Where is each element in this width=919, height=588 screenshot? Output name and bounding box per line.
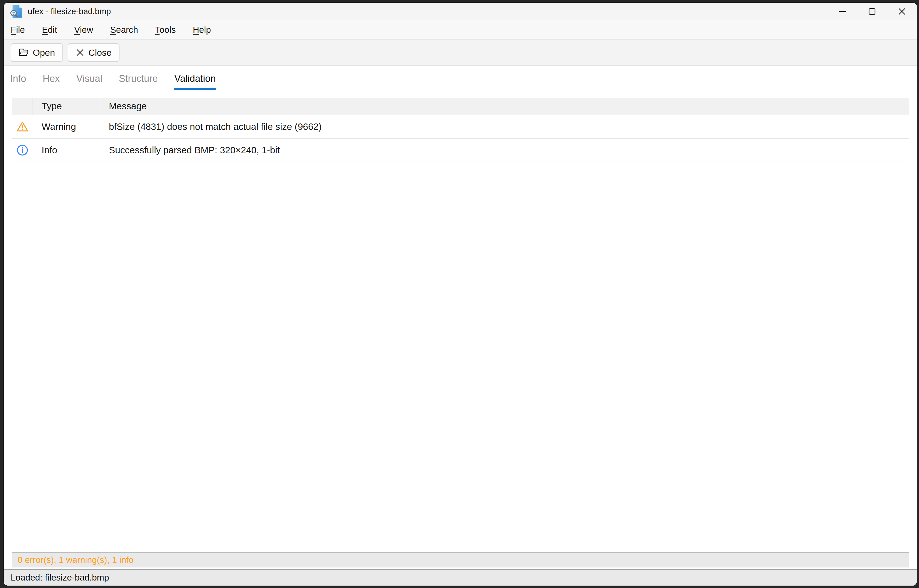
empty-area — [12, 162, 909, 552]
toolbar: Open Close — [4, 40, 917, 66]
tab-validation[interactable]: Validation — [175, 66, 216, 92]
header-icon-column — [12, 98, 33, 115]
x-icon — [76, 48, 84, 57]
close-button[interactable] — [887, 3, 917, 20]
close-button-label: Close — [88, 47, 112, 58]
warning-icon — [16, 121, 29, 132]
menubar: File Edit View Search Tools Help — [4, 20, 917, 40]
row-type: Warning — [33, 115, 100, 138]
tab-hex[interactable]: Hex — [43, 66, 60, 92]
tab-visual[interactable]: Visual — [76, 66, 102, 92]
table-row-warning[interactable]: Warning bfSize (4831) does not match act… — [12, 115, 909, 139]
header-type-column: Type — [33, 98, 100, 115]
table-header: Type Message — [12, 98, 909, 115]
info-icon-cell — [12, 139, 33, 162]
menu-edit[interactable]: Edit — [42, 25, 57, 35]
warning-icon-cell — [12, 115, 33, 138]
row-type: Info — [33, 139, 100, 162]
menu-view[interactable]: View — [74, 25, 93, 35]
tab-info[interactable]: Info — [10, 66, 26, 92]
window-controls — [827, 3, 917, 20]
status-bar: Loaded: filesize-bad.bmp — [4, 569, 917, 586]
titlebar[interactable]: ufex - filesize-bad.bmp — [4, 3, 917, 20]
maximize-icon — [868, 7, 876, 16]
close-icon — [898, 7, 906, 16]
open-button-label: Open — [33, 47, 55, 58]
minimize-button[interactable] — [827, 3, 857, 20]
open-button[interactable]: Open — [11, 43, 63, 62]
table-row-info[interactable]: Info Successfully parsed BMP: 320×240, 1… — [12, 139, 909, 162]
tabbar: Info Hex Visual Structure Validation — [4, 66, 917, 92]
validation-table: Type Message Warning bfSize (4831) does … — [12, 98, 909, 162]
info-icon — [16, 144, 28, 156]
minimize-icon — [838, 7, 846, 16]
validation-summary: 0 error(s), 1 warning(s), 1 info — [12, 552, 909, 567]
app-window: ufex - filesize-bad.bmp File Edi — [4, 3, 917, 586]
validation-panel: Type Message Warning bfSize (4831) does … — [4, 92, 917, 569]
app-icon — [10, 5, 23, 18]
menu-tools[interactable]: Tools — [155, 25, 176, 35]
menu-help[interactable]: Help — [193, 25, 211, 35]
row-message: bfSize (4831) does not match actual file… — [100, 115, 909, 138]
tab-structure[interactable]: Structure — [119, 66, 158, 92]
window-title: ufex - filesize-bad.bmp — [28, 6, 111, 16]
menu-search[interactable]: Search — [110, 25, 138, 35]
row-message: Successfully parsed BMP: 320×240, 1-bit — [100, 139, 909, 162]
folder-open-icon — [19, 48, 29, 57]
maximize-button[interactable] — [857, 3, 887, 20]
close-file-button[interactable]: Close — [68, 43, 120, 62]
header-message-column: Message — [100, 98, 909, 115]
menu-file[interactable]: File — [11, 25, 25, 35]
